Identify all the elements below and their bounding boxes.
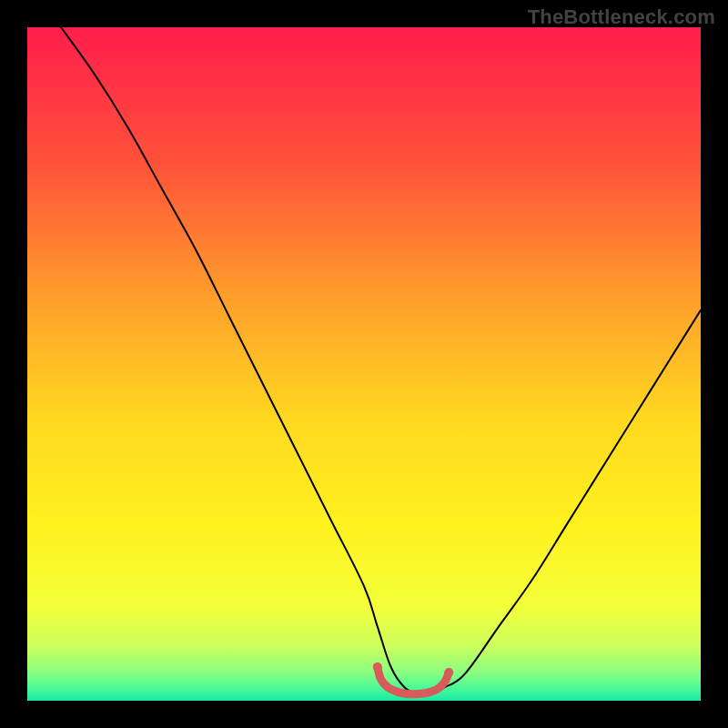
chart-frame: TheBottleneck.com: [0, 0, 728, 728]
optimal-zone-start-dot: [373, 662, 382, 672]
watermark-text: TheBottleneck.com: [528, 5, 715, 29]
chart-svg: [27, 27, 701, 701]
chart-plot-area: [27, 27, 701, 701]
optimal-zone-end-dot: [444, 668, 453, 677]
